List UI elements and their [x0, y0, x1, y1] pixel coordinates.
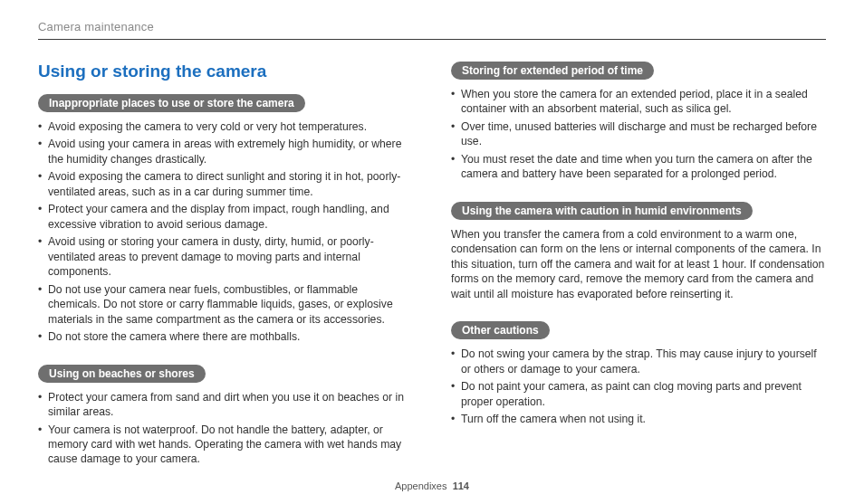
- right-column: Storing for extended period of time When…: [451, 62, 826, 487]
- list-item: You must reset the date and time when yo…: [451, 152, 826, 182]
- section-heading-pill: Using the camera with caution in humid e…: [451, 202, 753, 220]
- list-item: Turn off the camera when not using it.: [451, 412, 826, 426]
- section-heading-pill: Storing for extended period of time: [451, 62, 654, 80]
- bullet-list: Avoid exposing the camera to very cold o…: [38, 119, 413, 345]
- list-item: Avoid exposing the camera to very cold o…: [38, 119, 413, 134]
- footer: Appendixes 114: [0, 480, 864, 491]
- bullet-list: Do not swing your camera by the strap. T…: [451, 347, 826, 426]
- list-item: Avoid using or storing your camera in du…: [38, 234, 413, 279]
- left-column: Using or storing the camera Inappropriat…: [38, 62, 413, 487]
- section-storing: Storing for extended period of time When…: [451, 62, 826, 182]
- page-title: Using or storing the camera: [38, 62, 413, 81]
- section-humid: Using the camera with caution in humid e…: [451, 202, 826, 301]
- header-rule: [38, 39, 826, 40]
- breadcrumb: Camera maintenance: [38, 20, 826, 33]
- list-item: When you store the camera for an extende…: [451, 87, 826, 117]
- list-item: Avoid exposing the camera to direct sunl…: [38, 169, 413, 199]
- section-heading-pill: Inappropriate places to use or store the…: [38, 94, 305, 112]
- footer-label: Appendixes: [395, 480, 447, 491]
- list-item: Protect your camera and the display from…: [38, 202, 413, 232]
- bullet-list: When you store the camera for an extende…: [451, 87, 826, 182]
- page: Camera maintenance Using or storing the …: [0, 0, 864, 487]
- list-item: Do not store the camera where there are …: [38, 329, 413, 344]
- bullet-list: Protect your camera from sand and dirt w…: [38, 390, 413, 467]
- list-item: Do not swing your camera by the strap. T…: [451, 347, 826, 376]
- section-body: When you transfer the camera from a cold…: [451, 227, 826, 301]
- content-columns: Using or storing the camera Inappropriat…: [38, 62, 826, 487]
- section-heading-pill: Using on beaches or shores: [38, 365, 206, 383]
- section-heading-pill: Other cautions: [451, 321, 550, 339]
- list-item: Avoid using your camera in areas with ex…: [38, 137, 413, 166]
- list-item: Do not paint your camera, as paint can c…: [451, 379, 826, 409]
- section-inappropriate: Inappropriate places to use or store the…: [38, 94, 413, 345]
- list-item: Your camera is not waterproof. Do not ha…: [38, 423, 413, 467]
- list-item: Over time, unused batteries will dischar…: [451, 119, 826, 149]
- section-other: Other cautions Do not swing your camera …: [451, 321, 826, 426]
- page-number: 114: [453, 480, 469, 491]
- section-beaches: Using on beaches or shores Protect your …: [38, 365, 413, 467]
- list-item: Do not use your camera near fuels, combu…: [38, 282, 413, 327]
- list-item: Protect your camera from sand and dirt w…: [38, 390, 413, 420]
